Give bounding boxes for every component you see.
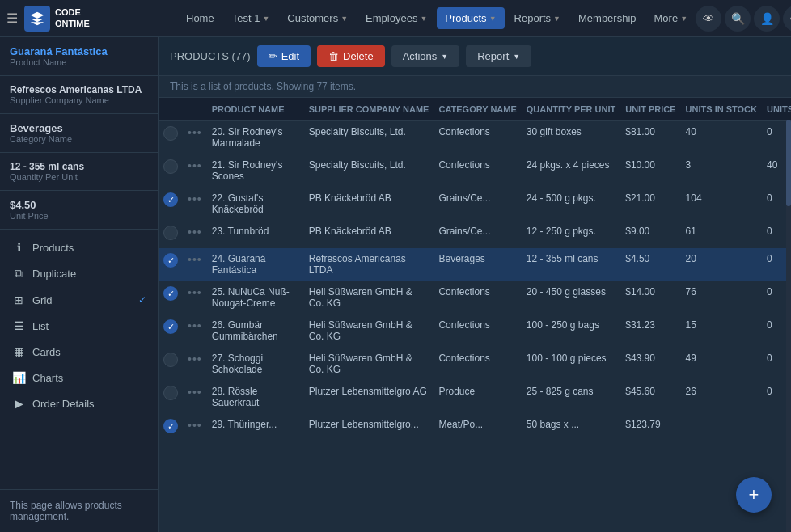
row-menu-cell[interactable]: ••• [183,315,207,348]
table-row[interactable]: ✓ ••• 29. Thüringer... Plutzer Lebensmit… [159,414,791,439]
table-row[interactable]: ••• 28. Rössle Sauerkraut Plutzer Lebens… [159,381,791,414]
row-menu-cell[interactable]: ••• [183,221,207,248]
table-row[interactable]: ••• 21. Sir Rodney's Scones Specialty Bi… [159,154,791,188]
checkbox-checked[interactable]: ✓ [163,192,178,207]
nav-test1[interactable]: Test 1 ▼ [224,7,278,29]
row-checkbox-cell[interactable] [159,154,183,188]
dots-icon[interactable]: ••• [188,319,202,332]
top-nav: ☰ CODEONTIME Home Test 1 ▼ Customers ▼ E… [0,0,791,37]
row-checkbox-cell[interactable]: ✓ [159,248,183,281]
table-row[interactable]: ✓ ••• 22. Gustaf's Knäckebröd PB Knäckeb… [159,188,791,221]
row-checkbox-cell[interactable]: ✓ [159,315,183,348]
delete-button[interactable]: 🗑 Delete [317,45,385,67]
scrollbar-track[interactable] [786,98,791,532]
row-menu-cell[interactable]: ••• [183,121,207,154]
checkbox-unchecked[interactable] [163,386,178,400]
sidebar-item-grid[interactable]: ⊞ Grid ✓ [0,287,158,313]
col-stock[interactable]: UNITS IN STOCK [681,98,762,121]
dots-icon[interactable]: ••• [188,286,202,299]
row-menu-cell[interactable]: ••• [183,154,207,188]
row-checkbox-cell[interactable]: ✓ [159,281,183,315]
col-menu [183,98,207,121]
row-category: Confections [434,315,521,348]
row-menu-cell[interactable]: ••• [183,414,207,439]
row-checkbox-cell[interactable] [159,381,183,414]
more-icon[interactable]: ••• [783,6,791,32]
sidebar-item-products[interactable]: ℹ Products [0,234,158,260]
table-row[interactable]: ••• 27. Schoggi Schokolade Heli Süßwaren… [159,348,791,381]
dots-icon[interactable]: ••• [188,353,202,365]
nav-employees[interactable]: Employees ▼ [357,7,435,29]
row-menu-cell[interactable]: ••• [183,348,207,381]
scrollbar-thumb[interactable] [786,120,791,206]
col-qty[interactable]: QUANTITY PER UNIT [522,98,620,121]
dots-icon[interactable]: ••• [188,419,202,432]
row-product-name: 29. Thüringer... [207,414,304,439]
checkbox-unchecked[interactable] [163,226,178,240]
row-price: $31.23 [620,315,680,348]
checkbox-unchecked[interactable] [163,159,178,174]
table-row[interactable]: ✓ ••• 24. Guaraná Fantástica Refrescos A… [159,248,791,281]
table-row[interactable]: ✓ ••• 26. Gumbär Gummibärchen Heli Süßwa… [159,315,791,348]
row-product-name: 26. Gumbär Gummibärchen [207,315,304,348]
dots-icon[interactable]: ••• [188,159,202,172]
nav-products[interactable]: Products ▼ [437,7,504,29]
logo: CODEONTIME [24,6,178,32]
sidebar-category: Beverages Category Name [0,114,158,153]
search-icon[interactable]: 🔍 [725,6,751,32]
dots-icon[interactable]: ••• [188,226,202,239]
checkbox-checked[interactable]: ✓ [163,253,178,268]
row-menu-cell[interactable]: ••• [183,381,207,414]
col-order[interactable]: UNITS ON ORDER [762,98,791,121]
dots-icon[interactable]: ••• [188,386,202,399]
products-table-wrap[interactable]: PRODUCT NAME SUPPLIER COMPANY NAME CATEG… [159,98,791,532]
dots-icon[interactable]: ••• [188,192,202,205]
row-checkbox-cell[interactable] [159,348,183,381]
row-category: Meat/Po... [434,414,521,439]
eye-icon[interactable]: 👁 [696,6,721,32]
actions-button[interactable]: Actions ▼ [391,45,460,67]
report-label: Report [477,50,509,62]
sidebar-item-order-details[interactable]: ▶ Order Details [0,391,158,416]
nav-reports[interactable]: Reports ▼ [506,7,569,29]
dots-icon[interactable]: ••• [188,253,202,266]
checkbox-checked[interactable]: ✓ [163,419,178,433]
col-product-name[interactable]: PRODUCT NAME [207,98,304,121]
report-caret: ▼ [513,53,520,61]
report-button[interactable]: Report ▼ [466,45,531,67]
nav-membership[interactable]: Membership [570,7,645,29]
row-checkbox-cell[interactable]: ✓ [159,188,183,221]
row-checkbox-cell[interactable]: ✓ [159,414,183,439]
sidebar-item-duplicate[interactable]: ⧉ Duplicate [0,260,158,287]
col-category[interactable]: CATEGORY NAME [434,98,521,121]
table-row[interactable]: ✓ ••• 25. NuNuCa Nuß-Nougat-Creme Heli S… [159,281,791,315]
dots-icon[interactable]: ••• [188,126,202,139]
col-supplier[interactable]: SUPPLIER COMPANY NAME [304,98,434,121]
row-menu-cell[interactable]: ••• [183,188,207,221]
checkbox-checked[interactable]: ✓ [163,286,178,301]
sidebar-item-list[interactable]: ☰ List [0,313,158,339]
col-price[interactable]: UNIT PRICE [620,98,680,121]
sidebar-item-charts[interactable]: 📊 Charts [0,365,158,391]
nav-more[interactable]: More ▼ [646,7,696,29]
edit-button[interactable]: ✏ Edit [257,45,311,67]
checkbox-unchecked[interactable] [163,126,178,141]
row-product-name: 20. Sir Rodney's Marmalade [207,121,304,154]
add-fab[interactable]: + [736,477,772,513]
row-checkbox-cell[interactable] [159,121,183,154]
hamburger-icon[interactable]: ☰ [6,11,18,26]
row-supplier: PB Knäckebröd AB [304,221,434,248]
table-row[interactable]: ••• 23. Tunnbröd PB Knäckebröd AB Grains… [159,221,791,248]
row-stock: 61 [681,221,762,248]
sidebar-item-cards[interactable]: ▦ Cards [0,339,158,365]
nav-home[interactable]: Home [178,7,222,29]
row-supplier: Heli Süßwaren GmbH & Co. KG [304,315,434,348]
nav-customers[interactable]: Customers ▼ [279,7,356,29]
checkbox-checked[interactable]: ✓ [163,319,178,334]
row-menu-cell[interactable]: ••• [183,281,207,315]
row-menu-cell[interactable]: ••• [183,248,207,281]
user-icon[interactable]: 👤 [754,6,780,32]
table-row[interactable]: ••• 20. Sir Rodney's Marmalade Specialty… [159,121,791,154]
row-checkbox-cell[interactable] [159,221,183,248]
checkbox-unchecked[interactable] [163,353,178,367]
